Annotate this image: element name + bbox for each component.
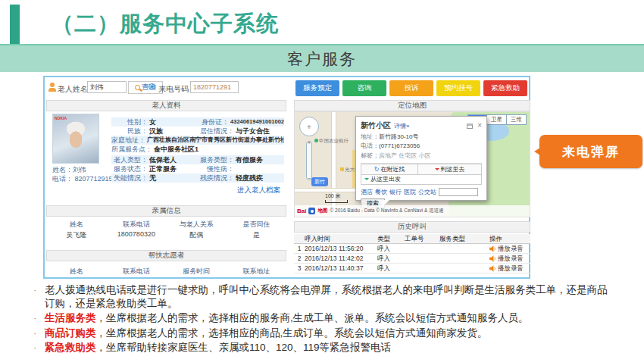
col-call-time: 呼入时间 (305, 234, 377, 243)
history-columns: 呼入时间 类型 工单号 服务类型 操作 (294, 234, 530, 244)
col-action: 操作 (489, 234, 530, 243)
history-row: 2 2016/12/13 11:42:02 呼入 播放录音 (294, 254, 530, 264)
relative-name: 吴飞隆 (46, 230, 106, 240)
address-value: 广西壮族自治区南宁市青秀区新竹街道办事处新竹社区居委会 (145, 136, 284, 145)
enter-archive-link[interactable]: 进入老人档案 (237, 186, 280, 195)
link-food[interactable]: 餐饮 (375, 188, 387, 196)
play-recording-button[interactable]: 播放录音 (489, 254, 530, 263)
map-info-popup: 新竹小区 详情» × 地址：新竹路30-10号 电话：(0771)6723056… (355, 116, 487, 201)
slide: （二）服务中心子系统 客户服务 老人姓名 查询 来电号码 服务预定 咨询 投诉 … (0, 0, 644, 353)
callout-label: 来电弹屏 (562, 143, 620, 161)
ethnic-label: 民族： (111, 127, 148, 136)
play-recording-button[interactable]: 播放录音 (489, 264, 530, 273)
bullet-item: 商品订购类，坐席根据老人的需求，选择相应的商品,生成订单。系统会以短信方式通知商… (32, 326, 609, 340)
popup-address-value: 新竹路30-10号 (379, 133, 418, 140)
link-bank[interactable]: 银行 (389, 188, 402, 196)
handicap-label: 残疾情况： (195, 173, 234, 183)
elder-photo: NOKIA (52, 114, 99, 164)
field-row: 性别：女 身份证：43240619491001002 (111, 117, 284, 127)
living-value: 与子女合住 (234, 127, 270, 136)
living-label: 居住情况： (195, 127, 234, 136)
col-order-no: 工单号 (405, 234, 439, 243)
service-status-value: 正常服务 (148, 164, 177, 173)
section-banner: 客户服务 (0, 44, 644, 72)
popup-phone-label: 电话： (361, 142, 379, 149)
gender-label: 性别： (111, 117, 148, 127)
id-value: 43240619491001002 (229, 117, 284, 127)
elder-info-panel: 老人资料 NOKIA 姓名：刘伟 电话： 8207712915 性别：女 身份证… (46, 100, 286, 279)
col-name: 姓名 (46, 220, 106, 230)
volunteers-header: 帮扶志愿者 (46, 250, 286, 261)
baidu-logo: Bai (297, 208, 306, 214)
field-row: 所属服务点：金中服务社区1 (111, 145, 284, 154)
popup-tags-value: 房地产 住宅区 小区 (379, 152, 430, 159)
col-service-time: 服务时间 (167, 267, 227, 276)
popup-phone-value: (0771)6723056 (379, 142, 420, 149)
chronic-label: 慢性病： (195, 164, 234, 173)
history-row: 1 2016/12/13 11:56:20 呼入 播放录音 (294, 244, 530, 254)
col-phone: 联系电话 (106, 267, 166, 276)
chronic-value (234, 164, 236, 173)
col-type: 类型 (377, 234, 405, 243)
field-row: 老人类型：低保老人 服务类型：有偿服务 (111, 155, 284, 164)
col-name: 姓名 (46, 267, 106, 276)
elder-name-label: 老人姓名 (58, 84, 88, 95)
service-status-label: 服务状态： (111, 164, 148, 173)
elder-type-label: 老人类型： (111, 155, 148, 164)
field-row: 服务状态：正常服务 慢性病： (111, 164, 284, 173)
complaint-button[interactable]: 投诉 (389, 80, 433, 96)
service-point-value: 金中服务社区1 (152, 145, 199, 154)
close-icon[interactable]: × (477, 123, 482, 129)
map-poi-bank1: 中国农业银行 (314, 138, 349, 145)
service-type-value: 有偿服务 (234, 155, 263, 164)
depart-here-button[interactable]: 从这里出发 (361, 175, 482, 185)
popup-details-link[interactable]: 详情» (394, 122, 409, 130)
nearby-search-button[interactable]: ↻在附近找 (361, 164, 418, 175)
relatives-row: 吴飞隆 1800780320 配偶 是 (46, 230, 286, 240)
history-header: 历史呼叫 (294, 221, 530, 233)
baidu-map[interactable]: ✛ 新竹 中国农业银行 光大银行 100 米 地图 卫星 三维 新竹小区 详情» (294, 111, 530, 217)
nearby-icon: ↻ (374, 166, 380, 173)
service-type-label: 服务类型： (195, 155, 234, 164)
relative-relation: 配偶 (167, 230, 227, 240)
elder-info-header: 老人资料 (46, 100, 286, 111)
map-type-3d[interactable]: 三维 (507, 114, 527, 125)
map-header: 定位地图 (294, 100, 530, 111)
appointment-button[interactable]: 预约挂号 (436, 80, 480, 96)
gender-value: 女 (148, 117, 156, 127)
phone-icon (148, 83, 155, 90)
relatives-header: 亲属信息 (46, 205, 286, 217)
section-banner-label: 客户服务 (287, 48, 357, 70)
print-icon[interactable] (467, 123, 473, 129)
address-label: 家庭地址： (111, 136, 145, 145)
caller-number-input[interactable] (190, 81, 239, 93)
goto-here-button[interactable]: 到这里去 (418, 164, 482, 175)
field-row: 民族：汉族 居住情况：与子女合住 (111, 127, 284, 136)
relatives-columns: 姓名 联系电话 与老人关系 是否同住 (46, 220, 286, 230)
link-hotel[interactable]: 酒店 (361, 188, 373, 196)
page-title: （二）服务中心子系统 (52, 9, 279, 39)
service-booking-button[interactable]: 服务预定 (295, 80, 339, 96)
col-phone: 联系电话 (106, 220, 166, 230)
relative-phone: 1800780320 (106, 230, 166, 240)
disability-value: 无 (148, 173, 156, 183)
link-bus-stop[interactable]: 公交站 (418, 188, 436, 196)
map-type-satellite[interactable]: 卫星 (487, 114, 507, 125)
map-pan-control[interactable]: ✛ (299, 117, 319, 136)
map-panel: 定位地图 ✛ 新竹 中国农业银行 光大银行 100 米 地图 卫星 三维 (294, 100, 530, 279)
title-accent-bar (10, 5, 20, 45)
consult-button[interactable]: 咨询 (342, 80, 386, 96)
play-recording-button[interactable]: 播放录音 (489, 244, 530, 253)
map-zoom-slider[interactable] (306, 141, 312, 180)
bullet-item: 紧急救助类，坐席帮助转接家庭医生、亲属或110、120、119等紧急报警电话 (32, 341, 609, 353)
popup-search-input[interactable] (439, 188, 478, 196)
search-icon (135, 85, 140, 90)
elder-name-input[interactable] (87, 81, 127, 93)
link-hospital[interactable]: 医院 (404, 188, 416, 196)
photo-phone-caption: 电话： 8207712915 (52, 174, 113, 184)
emergency-button[interactable]: 紧急救助 (483, 80, 527, 96)
col-service-type: 服务类型 (439, 234, 489, 243)
popup-category-links: 酒店 餐饮 银行 医院 公交站 (361, 188, 482, 196)
history-row: 3 2016/12/13 11:40:37 呼入 播放录音 (294, 264, 530, 273)
speaker-icon (489, 245, 496, 252)
